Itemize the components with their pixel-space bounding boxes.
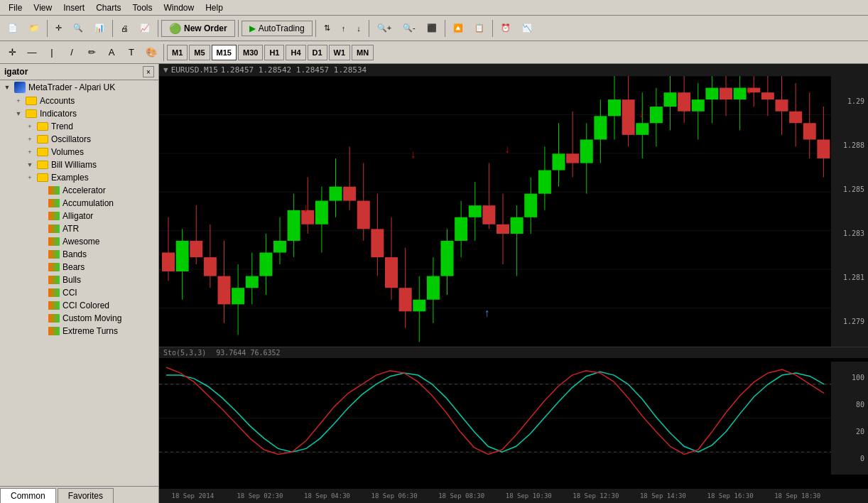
awesome-indicator-icon xyxy=(47,236,61,247)
main-chart-canvas[interactable] xyxy=(159,76,831,347)
navigator-panel: igator × ▼ MetaTrader - Alpari UK + xyxy=(0,64,159,503)
indicator-info-bar: Sto(5,3,3) 93.7644 76.6352 xyxy=(159,347,868,358)
menu-file[interactable]: File xyxy=(3,1,28,14)
color-btn[interactable]: 🎨 xyxy=(142,43,161,62)
indicators-folder-icon xyxy=(24,108,38,119)
tf-m1[interactable]: M1 xyxy=(167,45,188,60)
nav-atr-label: ATR xyxy=(61,224,157,234)
sep7 xyxy=(445,20,445,37)
tf-mn[interactable]: MN xyxy=(352,45,374,60)
tf-m30[interactable]: M30 xyxy=(238,45,263,60)
hline-btn[interactable]: — xyxy=(23,43,41,62)
tf-h1[interactable]: H1 xyxy=(264,45,284,60)
new-chart-btn[interactable]: 📄 xyxy=(3,18,23,38)
volumes-folder-icon xyxy=(36,146,50,158)
indicator-name: Sto(5,3,3) xyxy=(163,349,206,357)
zoom-out-btn[interactable]: 🔍- xyxy=(398,18,421,38)
text-btn[interactable]: A xyxy=(102,43,121,62)
nav-accelerator-item[interactable]: Accelerator xyxy=(0,184,158,197)
time-label-6: 18 Sep 12:30 xyxy=(563,492,630,499)
nav-atr-item[interactable]: ATR xyxy=(0,222,158,235)
nav-billwilliams-item[interactable]: ▼ Bill Williams xyxy=(0,158,158,171)
main-toolbar: 📄 📁 ✛ 🔍 📊 🖨 📈 🟢 New Order ▶ AutoTrading … xyxy=(0,16,868,41)
indicators-btn[interactable]: 🔼 xyxy=(448,18,468,38)
open-btn[interactable]: 📁 xyxy=(24,18,44,38)
menu-charts[interactable]: Charts xyxy=(90,1,126,14)
bulls-expand xyxy=(36,274,47,286)
bands-expand xyxy=(36,249,47,260)
nav-alligator-item[interactable]: Alligator xyxy=(0,210,158,222)
nav-cci-item[interactable]: CCI xyxy=(0,286,158,299)
nav-accumulation-item[interactable]: Accumulation xyxy=(0,197,158,210)
nav-indicators-item[interactable]: ▼ Indicators xyxy=(0,107,158,120)
template-btn[interactable]: 📋 xyxy=(470,18,489,38)
alligator-expand xyxy=(36,210,47,222)
nav-awesome-item[interactable]: Awesome xyxy=(0,235,158,248)
tf-d1[interactable]: D1 xyxy=(308,45,327,60)
nav-billwilliams-label: Bill Williams xyxy=(50,160,157,170)
indicator-values: 93.7644 76.6352 xyxy=(216,349,280,357)
nav-bears-item[interactable]: Bears xyxy=(0,261,158,274)
menu-help[interactable]: Help xyxy=(200,1,229,14)
indicators-expand-icon: ▼ xyxy=(13,108,24,119)
chart-shift-btn[interactable]: 📉 xyxy=(517,18,537,38)
nav-root-item[interactable]: ▼ MetaTrader - Alpari UK xyxy=(0,80,158,94)
tf-m5[interactable]: M5 xyxy=(189,45,210,60)
nav-examples-item[interactable]: + Examples xyxy=(0,171,158,184)
nav-accounts-item[interactable]: + Accounts xyxy=(0,94,158,107)
nav-trend-item[interactable]: + Trend xyxy=(0,120,158,133)
nav-ccicolored-item[interactable]: CCI Colored xyxy=(0,299,158,312)
chart-style-btn[interactable]: ⬛ xyxy=(422,18,442,38)
nav-bands-item[interactable]: Bands xyxy=(0,248,158,261)
autotrading-button[interactable]: ▶ AutoTrading xyxy=(242,21,313,36)
close-pos-btn[interactable]: ↓ xyxy=(352,18,366,38)
crosshair-btn[interactable]: ✛ xyxy=(50,18,67,38)
sell-btn[interactable]: ↑ xyxy=(337,18,351,38)
price-axis: 1.291.2881.2851.2831.2811.279 xyxy=(831,76,868,347)
indicator-panel: Sto(5,3,3) 93.7644 76.6352 10080200 xyxy=(159,347,868,489)
nav-bulls-label: Bulls xyxy=(61,275,157,285)
sep2 xyxy=(112,20,113,37)
zoom-in-btn[interactable]: 🔍+ xyxy=(372,18,396,38)
nav-cci-label: CCI xyxy=(61,288,157,298)
nav-oscillators-label: Oscillators xyxy=(50,134,157,144)
tf-h4[interactable]: H4 xyxy=(286,45,305,60)
chart-ohlc: 1.28457 1.28542 1.28457 1.28534 xyxy=(221,65,367,75)
navigator-header: igator × xyxy=(0,64,158,80)
time-label-0: 18 Sep 2014 xyxy=(159,492,227,499)
pen-btn[interactable]: ✏ xyxy=(82,43,101,62)
ccicolored-expand xyxy=(36,300,47,311)
nav-volumes-item[interactable]: + Volumes xyxy=(0,146,158,158)
cursor-btn[interactable]: ✛ xyxy=(3,43,21,62)
buy-btn[interactable]: ⇅ xyxy=(319,18,335,38)
new-order-button[interactable]: 🟢 New Order xyxy=(161,20,235,37)
sep3 xyxy=(158,20,158,37)
menu-window[interactable]: Window xyxy=(158,1,200,14)
menu-tools[interactable]: Tools xyxy=(127,1,158,14)
nav-extremeturns-item[interactable]: Extreme Turns xyxy=(0,325,158,337)
navigator-close-button[interactable]: × xyxy=(143,66,154,77)
nav-alligator-label: Alligator xyxy=(61,211,157,221)
print-btn[interactable]: 🖨 xyxy=(116,18,134,38)
nav-oscillators-item[interactable]: + Oscillators xyxy=(0,133,158,146)
tab-favorites[interactable]: Favorites xyxy=(58,488,114,503)
trend-line-btn[interactable]: / xyxy=(63,43,81,62)
nav-bulls-item[interactable]: Bulls xyxy=(0,274,158,286)
vline-btn[interactable]: | xyxy=(43,43,61,62)
label-btn[interactable]: T xyxy=(122,43,141,62)
main-chart-wrapper[interactable]: 1.291.2881.2851.2831.2811.279 xyxy=(159,76,868,347)
nav-custommoving-item[interactable]: Custom Moving xyxy=(0,312,158,325)
period-btn[interactable]: ⏰ xyxy=(496,18,516,38)
zoom-btn[interactable]: 🔍 xyxy=(68,18,88,38)
tab-common[interactable]: Common xyxy=(0,488,56,503)
menu-view[interactable]: View xyxy=(28,1,58,14)
bulls-indicator-icon xyxy=(47,274,61,286)
menu-insert[interactable]: Insert xyxy=(58,1,90,14)
tf-w1[interactable]: W1 xyxy=(329,45,351,60)
chart-btn[interactable]: 📈 xyxy=(135,18,155,38)
volumes-expand-icon: + xyxy=(24,146,36,158)
indicator-chart-canvas[interactable] xyxy=(159,362,831,475)
tf-m15[interactable]: M15 xyxy=(212,45,237,60)
expert-btn[interactable]: 📊 xyxy=(89,18,109,38)
time-label-5: 18 Sep 10:30 xyxy=(495,492,563,499)
